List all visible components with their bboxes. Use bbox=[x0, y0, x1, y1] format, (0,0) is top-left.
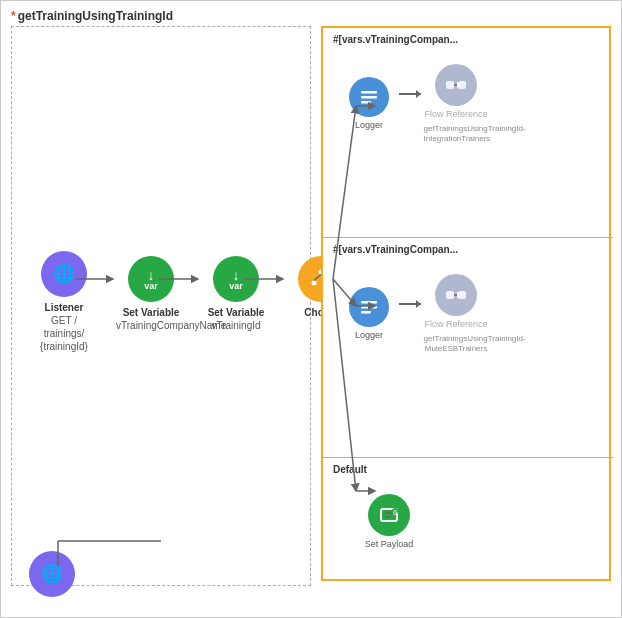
flow-title: *getTrainingUsingTrainingId bbox=[11, 9, 173, 23]
set-variable-2-icon: ↓ var bbox=[213, 256, 259, 302]
svg-line-3 bbox=[314, 275, 321, 281]
branch-2-flowref-label: Flow Reference bbox=[424, 319, 487, 331]
svg-point-1 bbox=[312, 281, 317, 286]
branch-1: #[vars.vTrainingCompan... Logger bbox=[323, 28, 613, 238]
branch-2-flowref-name: getTrainingsUsingTrainingId-MuleESBTrain… bbox=[424, 334, 489, 355]
svg-rect-14 bbox=[361, 311, 371, 314]
branch-2-logger-label: Logger bbox=[355, 330, 383, 342]
branch-1-logger-icon bbox=[349, 77, 389, 117]
branch-1-logger-label: Logger bbox=[355, 120, 383, 132]
svg-rect-5 bbox=[361, 91, 377, 94]
branch-1-flowref-label: Flow Reference bbox=[424, 109, 487, 121]
branch-1-connector bbox=[399, 93, 421, 95]
branch-2: #[vars.vTrainingCompan... Logger bbox=[323, 238, 613, 458]
svg-rect-7 bbox=[361, 101, 371, 104]
branch-2-flowref-node[interactable]: Flow Reference getTrainingsUsingTraining… bbox=[421, 274, 491, 354]
set-variable-1-icon: ↓ var bbox=[128, 256, 174, 302]
default-branch: Default {} Set Payload bbox=[323, 458, 613, 579]
set-variable-2-node[interactable]: ↓ var Set Variable vTrainingId bbox=[201, 256, 271, 332]
branch-1-label: #[vars.vTrainingCompan... bbox=[333, 34, 458, 45]
branch-1-flowref-name: getTrainingsUsingTrainingId-IntegrationT… bbox=[424, 124, 489, 145]
asterisk: * bbox=[11, 9, 16, 23]
listener-label: Listener GET / trainings/ {trainingId} bbox=[40, 301, 88, 353]
svg-rect-8 bbox=[446, 81, 454, 89]
svg-rect-15 bbox=[446, 291, 454, 299]
set-variable-2-label: Set Variable vTrainingId bbox=[208, 306, 265, 332]
branch-2-flowref-icon bbox=[435, 274, 477, 316]
set-payload-label: Set Payload bbox=[365, 539, 414, 551]
branch-2-logger-icon bbox=[349, 287, 389, 327]
svg-text:{}: {} bbox=[393, 509, 397, 515]
set-payload-icon: {} bbox=[368, 494, 410, 536]
set-variable-1-label: Set Variable vTrainingCompanyName bbox=[116, 306, 186, 332]
default-label: Default bbox=[333, 464, 367, 475]
listener-bottom-icon: 🌐 bbox=[29, 551, 75, 597]
listener-icon: 🌐 bbox=[41, 251, 87, 297]
branch-2-label: #[vars.vTrainingCompan... bbox=[333, 244, 458, 255]
branch-1-flowref-node[interactable]: Flow Reference getTrainingsUsingTraining… bbox=[421, 64, 491, 144]
branch-1-logger-node[interactable]: Logger bbox=[339, 77, 399, 132]
svg-rect-12 bbox=[361, 301, 377, 304]
set-payload-node[interactable]: {} Set Payload bbox=[359, 494, 419, 551]
branch-1-flowref-icon bbox=[435, 64, 477, 106]
svg-rect-13 bbox=[361, 306, 377, 309]
flow-container: #[vars.vTrainingCompan... Logger bbox=[321, 26, 611, 581]
branch-2-connector bbox=[399, 303, 421, 305]
canvas: *getTrainingUsingTrainingId 🌐 Listener G… bbox=[0, 0, 622, 618]
branch-2-logger-node[interactable]: Logger bbox=[339, 287, 399, 342]
set-variable-1-node[interactable]: ↓ var Set Variable vTrainingCompanyName bbox=[116, 256, 186, 332]
listener-node[interactable]: 🌐 Listener GET / trainings/ {trainingId} bbox=[29, 251, 99, 353]
svg-rect-6 bbox=[361, 96, 377, 99]
listener-bottom-node[interactable]: 🌐 bbox=[29, 551, 75, 597]
